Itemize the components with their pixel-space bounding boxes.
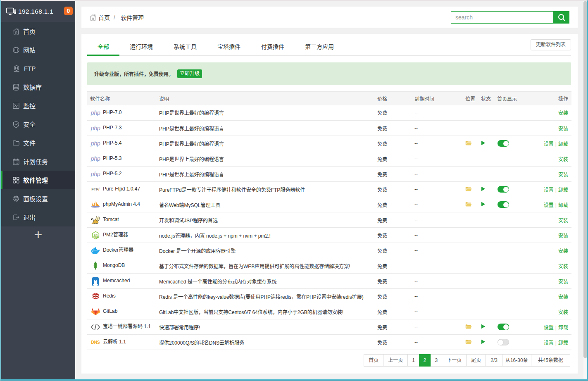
svg-text:JS: JS bbox=[94, 235, 98, 238]
